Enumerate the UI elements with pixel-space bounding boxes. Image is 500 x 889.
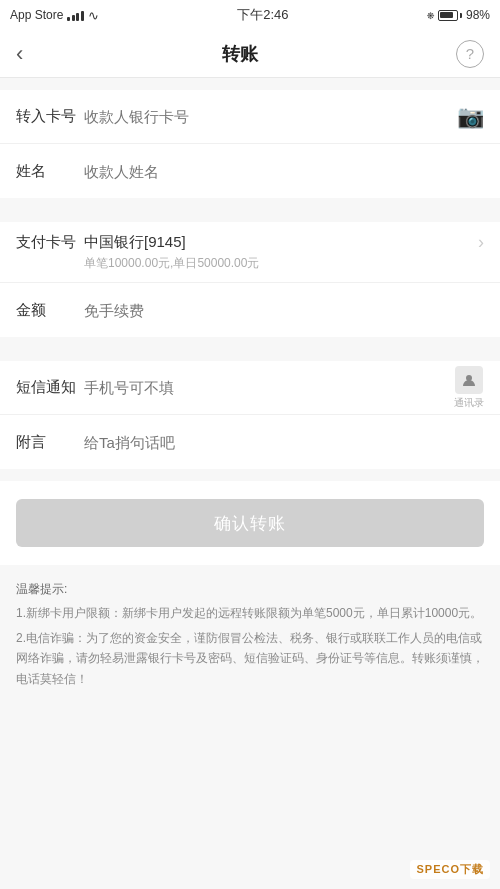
help-button[interactable]: ? [456,40,484,68]
pay-card-label: 支付卡号 [16,233,84,252]
page-title: 转账 [222,42,258,66]
amount-input[interactable] [84,302,484,319]
status-bar: App Store ∿ 下午2:46 ⎈ 98% [0,0,500,30]
signal-icon [67,9,84,21]
sms-input[interactable] [84,379,446,396]
watermark: SPECO下载 [410,860,490,879]
sms-label: 短信通知 [16,378,84,397]
status-left: App Store ∿ [10,8,99,23]
name-label: 姓名 [16,162,84,181]
status-time: 下午2:46 [237,6,288,24]
note-row: 附言 [0,415,500,469]
confirm-section: 确认转账 [0,481,500,565]
form-section-1: 转入卡号 📷 姓名 [0,90,500,198]
battery-percent: 98% [466,8,490,22]
notice-section: 温馨提示: 1.新绑卡用户限额：新绑卡用户发起的远程转账限额为单笔5000元，单… [0,565,500,709]
address-book-icon [455,366,483,394]
nav-bar: ‹ 转账 ? [0,30,500,78]
transfer-in-label: 转入卡号 [16,107,84,126]
status-right: ⎈ 98% [427,8,490,22]
gap-2 [0,337,500,349]
address-book-button[interactable]: 通讯录 [454,366,484,410]
form-section-2: 支付卡号 中国银行[9145] › 单笔10000.00元,单日50000.00… [0,222,500,337]
pay-card-value: 中国银行[9145] [84,233,478,252]
name-input[interactable] [84,163,484,180]
amount-label: 金额 [16,301,84,320]
bluetooth-icon: ⎈ [427,8,434,22]
sms-row: 短信通知 通讯录 [0,361,500,415]
notice-title: 温馨提示: [16,579,484,599]
transfer-in-row: 转入卡号 📷 [0,90,500,144]
wifi-icon: ∿ [88,8,99,23]
name-row: 姓名 [0,144,500,198]
confirm-button[interactable]: 确认转账 [16,499,484,547]
app-store-label: App Store [10,8,63,22]
pay-card-subtext: 单笔10000.00元,单日50000.00元 [84,255,259,272]
address-book-label: 通讯录 [454,396,484,410]
transfer-in-input[interactable] [84,108,457,125]
note-label: 附言 [16,433,84,452]
pay-card-row[interactable]: 支付卡号 中国银行[9145] › 单笔10000.00元,单日50000.00… [0,222,500,283]
amount-row: 金额 [0,283,500,337]
notice-item-1: 1.新绑卡用户限额：新绑卡用户发起的远程转账限额为单笔5000元，单日累计100… [16,603,484,623]
pay-card-inner: 支付卡号 中国银行[9145] › [16,232,484,253]
chevron-icon: › [478,232,484,253]
form-section-3: 短信通知 通讯录 附言 [0,361,500,469]
back-button[interactable]: ‹ [16,41,23,67]
note-input[interactable] [84,434,484,451]
gap-1 [0,198,500,210]
battery-icon [438,10,462,21]
notice-item-2: 2.电信诈骗：为了您的资金安全，谨防假冒公检法、税务、银行或联联工作人员的电信或… [16,628,484,689]
camera-icon[interactable]: 📷 [457,104,484,130]
